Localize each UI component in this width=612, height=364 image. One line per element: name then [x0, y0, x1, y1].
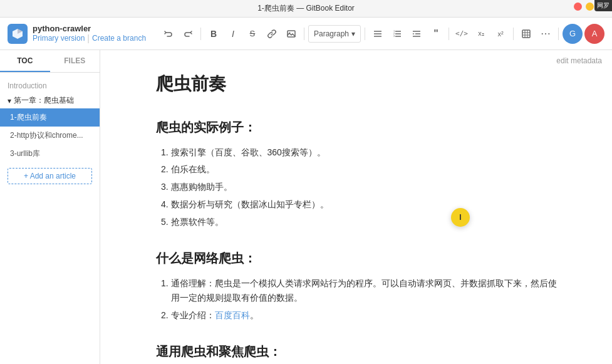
toolbar-divider-5 [513, 28, 514, 40]
list-item: 抢票软件等。 [171, 215, 557, 230]
italic-button[interactable]: I [224, 25, 242, 43]
chapter-1-label: 第一章：爬虫基础 [14, 95, 74, 106]
paragraph-label: Paragraph [314, 29, 349, 38]
undo-button[interactable] [160, 25, 177, 43]
undo-icon [164, 29, 173, 38]
toolbar-divider-6 [558, 28, 559, 40]
sidebar-content: Introduction ▾ 第一章：爬虫基础 1-爬虫前奏 2-http协议和… [0, 73, 100, 364]
content-area: edit metadata I 爬虫前奏 爬虫的实际例子： 搜索引擎（百度、谷歌… [100, 50, 612, 364]
section2-heading: 什么是网络爬虫： [156, 247, 557, 269]
main-layout: TOC FILES Introduction ▾ 第一章：爬虫基础 1-爬虫前奏… [0, 50, 612, 364]
document-title: 爬虫前奏 [156, 69, 557, 99]
dropdown-arrow-icon: ▾ [351, 29, 355, 38]
list-item: 专业介绍：百度百科。 [171, 308, 557, 323]
chapter-arrow-icon: ▾ [8, 96, 11, 105]
title-bar: 1-爬虫前奏 — GitBook Editor [0, 0, 612, 18]
list-ul-icon [373, 29, 382, 38]
list-item: 数据分析与研究（数据冰山知乎专栏）。 [171, 197, 557, 212]
cursor-label: I [459, 213, 461, 222]
network-badge: 网罗 [594, 0, 612, 11]
section2-list: 通俗理解：爬虫是一个模拟人类请求网站行为的程序。可以自动请求网页、并数据抓取下来… [156, 276, 557, 323]
editor-toolbar: B I S Paragraph ▾ 123 " </> x₂ x² [160, 24, 604, 44]
sidebar-item-1[interactable]: 1-爬虫前奏 [0, 108, 100, 127]
code-button[interactable]: </> [453, 25, 470, 43]
list-item: 伯乐在线。 [171, 162, 557, 177]
redo-button[interactable] [179, 25, 197, 43]
list-ol-icon: 123 [393, 29, 402, 38]
table-button[interactable] [517, 25, 535, 43]
toolbar-divider-2 [304, 28, 304, 40]
create-branch-link[interactable]: Create a branch [92, 34, 146, 43]
close-button[interactable] [574, 3, 582, 11]
user-avatar-1[interactable]: G [563, 24, 583, 44]
editor-area[interactable]: 爬虫前奏 爬虫的实际例子： 搜索引擎（百度、谷歌、360搜索等）。 伯乐在线。 … [143, 69, 569, 364]
tab-files[interactable]: FILES [50, 50, 100, 72]
sidebar: TOC FILES Introduction ▾ 第一章：爬虫基础 1-爬虫前奏… [0, 50, 100, 364]
baidu-baike-link[interactable]: 百度百科 [215, 310, 250, 320]
table-icon [522, 29, 531, 38]
minimize-button[interactable] [586, 3, 594, 11]
quote-button[interactable]: " [427, 25, 445, 43]
sidebar-tabs: TOC FILES [0, 50, 100, 73]
list-ul-button[interactable] [369, 25, 386, 43]
primary-version-link[interactable]: Primary version [33, 34, 85, 43]
sidebar-item-3[interactable]: 3-urllib库 [0, 145, 100, 163]
list-item: 惠惠购物助手。 [171, 180, 557, 195]
redo-icon [184, 29, 192, 38]
svg-rect-16 [522, 30, 530, 38]
paragraph-dropdown[interactable]: Paragraph ▾ [308, 25, 361, 43]
toolbar-divider-4 [449, 28, 449, 40]
section1-list: 搜索引擎（百度、谷歌、360搜索等）。 伯乐在线。 惠惠购物助手。 数据分析与研… [156, 145, 557, 230]
svg-text:3: 3 [393, 34, 395, 38]
section1-heading: 爬虫的实际例子： [156, 117, 557, 138]
gitbook-icon [11, 28, 24, 40]
logo-text: python-crawler Primary version | Create … [33, 24, 146, 43]
indent-icon [412, 29, 421, 38]
subscript-button[interactable]: x₂ [472, 25, 490, 43]
image-button[interactable] [283, 25, 300, 43]
image-icon [287, 29, 296, 38]
list-item: 通俗理解：爬虫是一个模拟人类请求网站行为的程序。可以自动请求网页、并数据抓取下来… [171, 276, 557, 306]
sidebar-chapter-1[interactable]: ▾ 第一章：爬虫基础 [0, 93, 100, 108]
sidebar-intro-section: Introduction [0, 78, 100, 93]
logo-area: python-crawler Primary version | Create … [8, 24, 146, 44]
edit-metadata-button[interactable]: edit metadata [556, 56, 602, 65]
add-article-button[interactable]: + Add an article [8, 168, 92, 184]
superscript-button[interactable]: x² [492, 25, 509, 43]
link-button[interactable] [263, 25, 281, 43]
user-cursor: I [451, 208, 470, 227]
sidebar-item-2[interactable]: 2-http协议和chrome... [0, 127, 100, 145]
window-title: 1-爬虫前奏 — GitBook Editor [6, 3, 606, 14]
list-ol-button[interactable]: 123 [388, 25, 406, 43]
bold-button[interactable]: B [205, 25, 222, 43]
toolbar-divider-1 [200, 28, 201, 40]
repo-name: python-crawler [33, 24, 146, 33]
indent-button[interactable] [408, 25, 425, 43]
separator: | [87, 33, 90, 43]
logo-icon [8, 24, 28, 44]
header: python-crawler Primary version | Create … [0, 18, 612, 50]
toolbar-divider-3 [365, 28, 365, 40]
link-icon [267, 29, 276, 38]
strikethrough-button[interactable]: S [244, 25, 261, 43]
section3-heading: 通用爬虫和聚焦爬虫： [156, 341, 557, 362]
user-avatar-2[interactable]: A [584, 24, 604, 44]
more-button[interactable]: ⋯ [537, 25, 554, 43]
tab-toc[interactable]: TOC [0, 50, 50, 72]
list-item: 搜索引擎（百度、谷歌、360搜索等）。 [171, 145, 557, 160]
